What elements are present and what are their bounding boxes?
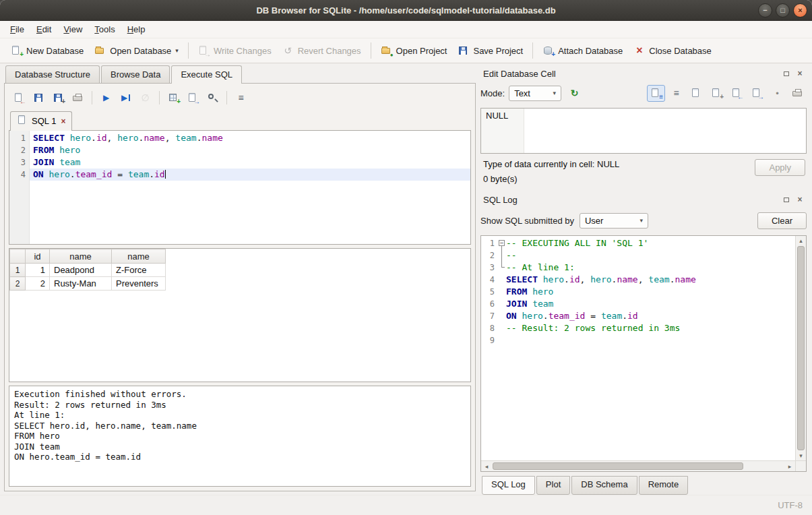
word-wrap-button[interactable]: ≡	[667, 85, 685, 102]
scroll-left-icon[interactable]: ◂	[481, 461, 492, 471]
toolbar-save-project-button[interactable]: Save Project	[452, 42, 528, 59]
tab-remote[interactable]: Remote	[639, 476, 689, 495]
print-cell-button[interactable]	[788, 85, 807, 102]
null-cell-button[interactable]: •	[768, 85, 786, 102]
tab-execute-sql[interactable]: Execute SQL	[171, 65, 242, 84]
print-sql-button[interactable]	[69, 90, 87, 107]
auto-detect-icon: ↻	[569, 88, 580, 98]
scroll-down-icon[interactable]: ▾	[796, 451, 806, 460]
save-sql-as-button[interactable]: +	[49, 90, 67, 107]
horizontal-scrollbar-thumb[interactable]	[493, 462, 743, 470]
close-button[interactable]: ×	[793, 3, 807, 18]
sql-token: hero	[522, 311, 542, 321]
execute-current-line-icon: ▶	[120, 92, 131, 103]
cell[interactable]: Z-Force	[112, 264, 166, 277]
fold-marker[interactable]: −	[497, 237, 506, 249]
toolbar-open-project-button[interactable]: ●Open Project	[375, 42, 453, 59]
sql-token: FROM	[33, 145, 54, 155]
sql-token: team	[175, 133, 196, 143]
menu-file[interactable]: File	[4, 22, 30, 37]
text-mode-button[interactable]: ≡	[647, 85, 665, 102]
filter-value: User	[585, 216, 603, 226]
maximize-button[interactable]: □	[776, 3, 790, 18]
sql-token: .	[149, 169, 154, 179]
menu-help[interactable]: Help	[121, 22, 152, 37]
vertical-scrollbar[interactable]: ▴ ▾	[795, 236, 806, 460]
sql-editor[interactable]: 1234 SELECT hero.id, hero.name, team.nam…	[9, 130, 471, 245]
execute-all-button[interactable]: ▶	[97, 90, 115, 107]
export-cell-button[interactable]: →	[748, 85, 766, 102]
cell[interactable]: Rusty-Man	[50, 277, 112, 291]
filter-select[interactable]: User ▾	[580, 213, 648, 229]
clear-log-button[interactable]: Clear	[757, 212, 807, 229]
copy-cell-button[interactable]: +	[708, 85, 726, 102]
open-query-tab-icon: +	[168, 92, 179, 103]
filter-label: Show SQL submitted by	[480, 216, 574, 226]
new-database-icon: +	[11, 45, 22, 56]
editor-code-area[interactable]: SELECT hero.id, hero.name, team.nameFROM…	[30, 131, 470, 244]
import-cell-button[interactable]: ←	[728, 85, 746, 102]
row-header[interactable]: 1	[10, 264, 26, 277]
column-header-name-1[interactable]: name	[50, 249, 112, 264]
tab-browse-data[interactable]: Browse Data	[101, 65, 170, 83]
titlebar[interactable]: DB Browser for SQLite - /home/user/code/…	[0, 0, 812, 21]
float-dock-button[interactable]	[781, 68, 792, 79]
toolbar-new-database-button[interactable]: +New Database	[5, 42, 89, 59]
tab-sql-log[interactable]: SQL Log	[482, 476, 535, 495]
toolbar-attach-database-button[interactable]: +Attach Database	[537, 42, 628, 59]
minimize-button[interactable]: −	[758, 3, 772, 18]
fold-marker	[497, 298, 506, 310]
auto-format-button[interactable]: ≡	[232, 90, 250, 107]
open-in-editor-button[interactable]	[687, 85, 706, 102]
menu-view[interactable]: View	[57, 22, 88, 37]
vertical-scrollbar-thumb[interactable]	[797, 246, 805, 450]
open-query-tab-button[interactable]: +	[164, 90, 183, 107]
column-header-name-2[interactable]: name	[112, 249, 166, 264]
button-label: Open Database	[110, 46, 171, 56]
close-dock-button[interactable]: ×	[794, 68, 805, 79]
float-dock-button[interactable]	[781, 194, 792, 205]
open-sql-file-button[interactable]: ←	[10, 90, 28, 107]
sql-token: team_id	[75, 169, 113, 179]
tab-db-schema[interactable]: DB Schema	[571, 476, 637, 495]
export-results-button[interactable]: →	[184, 90, 202, 107]
close-dock-button[interactable]: ×	[794, 194, 805, 205]
cell-editor[interactable]: NULL	[480, 108, 807, 154]
close-tab-icon[interactable]: ×	[61, 117, 65, 126]
sql-token	[538, 274, 543, 284]
results-table: idnamename11DeadpondZ-Force22Rusty-ManPr…	[9, 249, 166, 291]
sql-log-view[interactable]: 1−-- EXECUTING ALL IN 'SQL 1'2--3-- At l…	[480, 235, 807, 472]
chevron-down-icon: ▾	[548, 90, 557, 96]
execution-message[interactable]: Execution finished without errors. Resul…	[9, 386, 471, 487]
scroll-up-icon[interactable]: ▴	[796, 236, 806, 245]
row-header[interactable]: 2	[10, 277, 26, 291]
line-number: 3	[9, 156, 29, 169]
tab-plot[interactable]: Plot	[536, 476, 570, 495]
cell[interactable]: 2	[26, 277, 50, 291]
mode-select[interactable]: Text ▾	[509, 86, 561, 101]
save-sql-file-button[interactable]	[30, 90, 48, 107]
find-replace-button[interactable]	[204, 90, 222, 107]
menu-tools[interactable]: Tools	[88, 22, 121, 37]
tab-database-structure[interactable]: Database Structure	[5, 65, 100, 83]
cell[interactable]: 1	[26, 264, 50, 277]
toolbar-close-database-button[interactable]: ×Close Database	[628, 42, 717, 59]
sql-tab-label: SQL 1	[32, 116, 56, 126]
sql-editor-tab[interactable]: SQL 1 ×	[10, 111, 72, 131]
toolbar-open-database-button[interactable]: Open Database▾	[89, 42, 184, 59]
scroll-right-icon[interactable]: ▸	[784, 461, 795, 471]
sql-token: id	[569, 274, 580, 284]
cell[interactable]: Preventers	[112, 277, 166, 291]
sql-token: id	[627, 311, 638, 321]
log-text: FROM hero	[506, 286, 553, 298]
horizontal-scrollbar[interactable]: ◂ ▸	[481, 461, 795, 471]
execute-current-line-button[interactable]: ▶	[117, 90, 135, 107]
sql-token: name	[202, 133, 223, 143]
cell[interactable]: Deadpond	[50, 264, 112, 277]
results-grid[interactable]: idnamename11DeadpondZ-Force22Rusty-ManPr…	[9, 248, 471, 382]
auto-detect-button[interactable]: ↻	[565, 85, 584, 102]
column-header-id-0[interactable]: id	[26, 249, 50, 264]
menu-edit[interactable]: Edit	[30, 22, 57, 37]
log-line: 9	[481, 334, 795, 346]
dropdown-arrow-icon[interactable]: ▾	[175, 47, 179, 54]
